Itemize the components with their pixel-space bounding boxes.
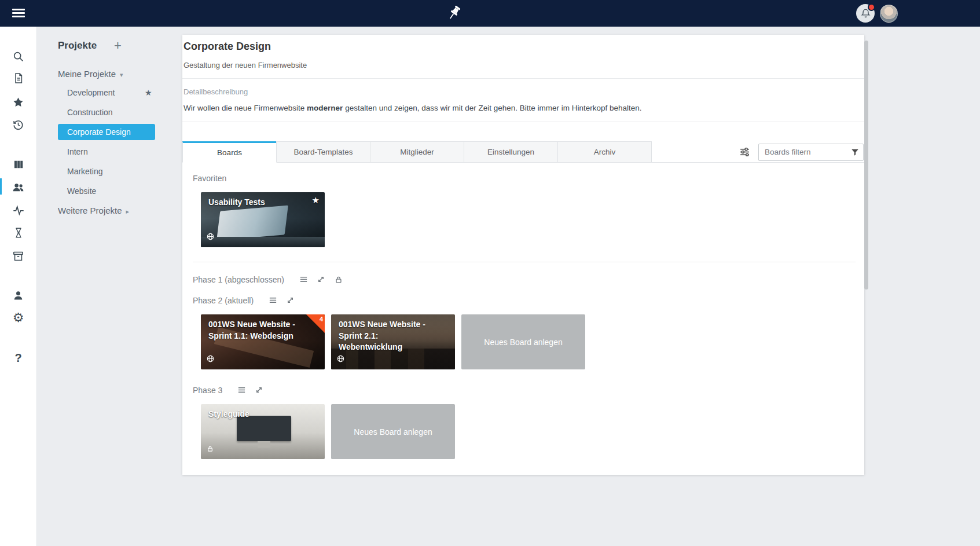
- detail-description-text: Wir wollen die neue Firmenwebsite modern…: [183, 104, 642, 112]
- help-icon[interactable]: ?: [11, 350, 26, 365]
- project-detail-card: Corporate Design Gestaltung der neuen Fi…: [182, 35, 864, 475]
- board-title: 001WS Neue Website - Sprint 1.1: Webdesi…: [208, 319, 306, 342]
- page-subtitle: Gestaltung der neuen Firmenwebsite: [183, 61, 307, 69]
- archive-icon[interactable]: [11, 248, 26, 263]
- section-expand-icon[interactable]: [316, 274, 326, 284]
- search-icon[interactable]: [11, 49, 26, 64]
- boards-filter: [758, 144, 864, 161]
- divider: [182, 122, 864, 122]
- user-avatar[interactable]: [880, 5, 898, 23]
- history-icon[interactable]: [11, 117, 26, 132]
- tab-einstellungen[interactable]: Einstellungen: [464, 141, 558, 162]
- tab-mitglieder[interactable]: Mitglieder: [370, 141, 464, 162]
- section-title-phase-1: Phase 1 (abgeschlossen): [193, 275, 284, 284]
- page-title: Corporate Design: [183, 41, 271, 53]
- section-phase-2: Phase 2 (aktuell): [193, 295, 295, 305]
- section-menu-icon[interactable]: [268, 295, 278, 305]
- time-tracking-hourglass-icon[interactable]: [11, 225, 26, 240]
- section-phase-1: Phase 1 (abgeschlossen): [193, 274, 343, 284]
- add-board-button[interactable]: Neues Board anlegen: [461, 314, 585, 369]
- notifications-button[interactable]: [856, 4, 875, 23]
- section-phase-3: Phase 3: [193, 385, 264, 395]
- boards-columns-icon[interactable]: [11, 157, 26, 172]
- lock-icon: [207, 444, 214, 455]
- vertical-scrollbar: [864, 35, 869, 475]
- detail-description-label: Detailbeschreibung: [183, 87, 248, 96]
- globe-icon: [337, 354, 344, 365]
- globe-icon: [207, 232, 214, 243]
- active-section-indicator: [0, 178, 2, 195]
- board-card-sprint-2-1[interactable]: 001WS Neue Website - Sprint 2.1: Webentw…: [331, 314, 455, 369]
- section-collapse-icon[interactable]: [285, 295, 295, 305]
- favorites-star-icon[interactable]: [11, 94, 26, 109]
- divider: [182, 78, 864, 79]
- board-title: 001WS Neue Website - Sprint 2.1: Webentw…: [339, 319, 436, 353]
- project-item-marketing[interactable]: Marketing: [37, 162, 183, 181]
- projects-panel: Projekte + Meine Projekte▾ Development ★…: [37, 27, 183, 546]
- icon-sidebar: ⚙ ?: [0, 27, 37, 546]
- section-title-phase-3: Phase 3: [193, 386, 222, 395]
- board-favorite-star-icon[interactable]: ★: [312, 195, 320, 206]
- section-title-favoriten: Favoriten: [193, 174, 226, 183]
- documents-icon[interactable]: [11, 71, 26, 86]
- project-item-website[interactable]: Website: [37, 181, 183, 201]
- profile-person-icon[interactable]: [11, 288, 26, 303]
- project-star-icon: ★: [145, 83, 152, 102]
- section-lock-icon: [333, 274, 343, 284]
- project-item-development[interactable]: Development ★: [37, 83, 183, 102]
- add-project-button[interactable]: +: [114, 39, 122, 52]
- activity-pulse-icon[interactable]: [11, 203, 26, 218]
- board-title: Styleguide: [208, 409, 306, 420]
- boards-filter-input[interactable]: [758, 144, 864, 161]
- board-title: Usability Tests: [208, 197, 306, 208]
- board-card-sprint-1-1[interactable]: 001WS Neue Website - Sprint 1.1: Webdesi…: [201, 314, 325, 369]
- section-menu-icon[interactable]: [299, 274, 309, 284]
- project-item-intern[interactable]: Intern: [37, 142, 183, 162]
- notification-badge: [868, 3, 875, 11]
- project-group-more-projects[interactable]: Weitere Projekte▸: [37, 201, 183, 221]
- app-logo-pin-icon: [445, 3, 463, 24]
- menu-hamburger-icon[interactable]: [12, 9, 25, 19]
- scrollbar-thumb[interactable]: [864, 41, 868, 290]
- section-title-phase-2: Phase 2 (aktuell): [193, 296, 254, 305]
- divider: [193, 262, 856, 262]
- tabs-bar: Boards Board-Templates Mitglieder Einste…: [182, 141, 864, 163]
- topbar: [0, 0, 980, 27]
- project-group-my-projects[interactable]: Meine Projekte▾: [37, 64, 183, 84]
- chevron-right-icon: ▸: [126, 208, 130, 215]
- board-card-styleguide[interactable]: Styleguide: [201, 404, 325, 459]
- chevron-down-icon: ▾: [120, 71, 123, 78]
- board-count-badge: 4: [306, 314, 325, 333]
- project-item-corporate-design-active[interactable]: Corporate Design: [58, 124, 155, 140]
- project-item-construction[interactable]: Construction: [37, 102, 183, 122]
- filter-funnel-icon[interactable]: [850, 148, 860, 159]
- globe-icon: [207, 354, 214, 365]
- add-board-button[interactable]: Neues Board anlegen: [331, 404, 455, 459]
- section-collapse-icon[interactable]: [254, 385, 264, 395]
- settings-gear-icon[interactable]: ⚙: [11, 310, 26, 325]
- section-menu-icon[interactable]: [237, 385, 247, 395]
- view-options-sliders-icon[interactable]: [738, 146, 751, 159]
- tab-boards[interactable]: Boards: [182, 141, 277, 163]
- team-users-icon[interactable]: [11, 179, 26, 195]
- projects-panel-title: Projekte: [58, 40, 97, 52]
- tab-archiv[interactable]: Archiv: [557, 141, 652, 162]
- tab-board-templates[interactable]: Board-Templates: [276, 141, 370, 162]
- board-card-usability-tests[interactable]: Usability Tests ★: [201, 192, 325, 247]
